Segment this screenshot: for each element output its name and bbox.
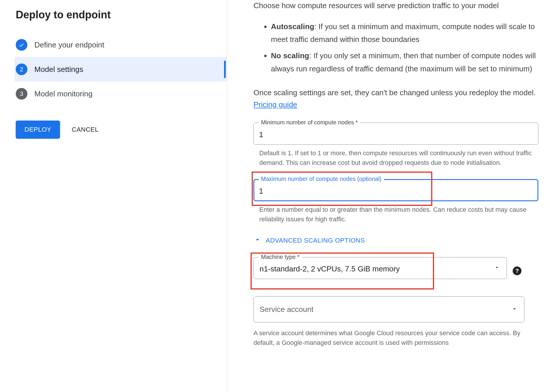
max-nodes-input[interactable] <box>253 179 538 201</box>
pricing-guide-link[interactable]: Pricing guide <box>253 100 297 109</box>
service-account-helper: A service account determines what Google… <box>253 328 527 347</box>
max-nodes-label: Maximum number of compute nodes (optiona… <box>259 176 384 182</box>
step-label: Model settings <box>34 65 83 74</box>
machine-type-select[interactable]: n1-standard-2, 2 vCPUs, 7.5 GiB memory <box>253 257 507 279</box>
chevron-down-icon <box>253 236 266 246</box>
machine-type-value: n1-standard-2, 2 vCPUs, 7.5 GiB memory <box>260 264 400 273</box>
chevron-down-icon <box>512 306 517 313</box>
bullet-noscaling: No scaling: If you only set a minimum, t… <box>271 49 538 75</box>
min-nodes-helper: Default is 1. If set to 1 or more, then … <box>259 148 538 167</box>
service-account-select[interactable]: Service account <box>253 296 524 322</box>
step-define-endpoint[interactable]: Define your endpoint <box>15 33 227 57</box>
machine-type-row: Machine type * n1-standard-2, 2 vCPUs, 7… <box>253 257 507 285</box>
cancel-button[interactable]: CANCEL <box>72 126 98 133</box>
bullet-bold: Autoscaling <box>271 22 314 31</box>
page-title: Deploy to endpoint <box>15 9 227 21</box>
step-label: Model monitoring <box>34 89 92 98</box>
bullet-bold: No scaling <box>271 51 309 60</box>
min-nodes-field: Minimum number of compute nodes * <box>253 123 538 145</box>
wizard-actions: DEPLOY CANCEL <box>15 121 227 139</box>
step-model-settings[interactable]: 2 Model settings <box>15 57 227 82</box>
scaling-note: Once scaling settings are set, they can'… <box>253 87 538 111</box>
max-nodes-field: Maximum number of compute nodes (optiona… <box>253 179 538 201</box>
service-account-placeholder: Service account <box>260 305 313 314</box>
intro-text: Choose how compute resources will serve … <box>253 0 538 11</box>
wizard-sidebar: Deploy to endpoint Define your endpoint … <box>0 0 227 392</box>
machine-type-select-wrap: Machine type * n1-standard-2, 2 vCPUs, 7… <box>253 257 507 279</box>
step-number-icon: 2 <box>16 63 27 75</box>
advanced-scaling-label: ADVANCED SCALING OPTIONS <box>266 237 365 244</box>
bullet-rest: : If you only set a minimum, then that n… <box>271 51 536 73</box>
bullet-autoscaling: Autoscaling: If you set a minimum and ma… <box>271 20 538 46</box>
min-nodes-input[interactable] <box>253 123 538 145</box>
chevron-down-icon <box>494 265 500 271</box>
max-nodes-helper: Enter a number equal to or greater than … <box>259 205 538 224</box>
scaling-modes-list: Autoscaling: If you set a minimum and ma… <box>271 20 538 75</box>
step-label: Define your endpoint <box>34 40 104 50</box>
step-list: Define your endpoint 2 Model settings 3 … <box>15 33 227 106</box>
step-model-monitoring[interactable]: 3 Model monitoring <box>15 82 227 106</box>
advanced-scaling-toggle[interactable]: ADVANCED SCALING OPTIONS <box>253 236 538 246</box>
min-nodes-label: Minimum number of compute nodes * <box>259 119 360 126</box>
check-icon <box>16 39 27 51</box>
machine-type-label: Machine type * <box>259 254 302 260</box>
settings-panel: Choose how compute resources will serve … <box>227 0 550 392</box>
service-account-select-wrap: Service account <box>253 296 524 322</box>
deploy-button[interactable]: DEPLOY <box>16 121 60 139</box>
step-number-icon: 3 <box>16 88 27 100</box>
scaling-note-text: Once scaling settings are set, they can'… <box>253 88 536 97</box>
help-icon[interactable]: ? <box>513 266 521 275</box>
